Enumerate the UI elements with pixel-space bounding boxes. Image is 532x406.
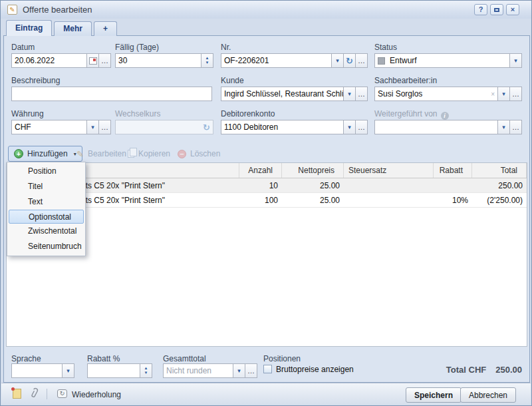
kunde-field: Ingird Schlüssel, Restaurant Schlüsse ▾ … — [221, 87, 368, 101]
menu-item-zwischentotal[interactable]: Zwischentotal — [7, 224, 85, 239]
status-dropdown-button[interactable]: ▾ — [510, 53, 522, 68]
ellipsis-icon: … — [101, 58, 108, 63]
bruttopreise-checkbox[interactable] — [263, 365, 272, 373]
cell-rabatt — [434, 178, 472, 192]
bottom-bar: ↻ Wiederholung Speichern Abbrechen — [1, 383, 531, 405]
copy-button[interactable]: Kopieren — [122, 146, 176, 162]
calendar-button[interactable] — [87, 53, 99, 68]
cancel-button[interactable]: Abbrechen — [460, 387, 516, 403]
close-button[interactable]: × — [506, 4, 519, 15]
nr-label: Nr. — [221, 43, 231, 52]
datum-more-button[interactable]: … — [99, 53, 111, 68]
sprache-field: ▾ — [11, 363, 74, 378]
sachbearbeiterin-input[interactable]: Susi Sorglos × — [374, 87, 498, 101]
menu-item-position[interactable]: Position — [7, 164, 85, 179]
sachbearbeiterin-dropdown-button[interactable]: ▾ — [498, 87, 510, 101]
help-button[interactable]: ? — [474, 4, 487, 15]
spin-down-icon: ▼ — [144, 371, 148, 375]
status-value: Entwurf — [390, 56, 417, 65]
info-icon: i — [441, 112, 449, 120]
titlebar: ✎ Offerte bearbeiten ? × — [1, 1, 531, 19]
cell-total: (2'250.00) — [472, 193, 527, 207]
gesamttotal-field: Nicht runden ▾ … — [163, 363, 257, 378]
col-rabatt: Rabatt — [434, 163, 472, 178]
tab-add[interactable]: + — [94, 21, 117, 36]
chevron-down-icon: ▾ — [66, 367, 70, 374]
menu-item-titel[interactable]: Titel — [7, 179, 85, 194]
cell-total: 250.00 — [472, 178, 527, 192]
pencil-icon: ✎ — [76, 149, 84, 159]
kunde-input[interactable]: Ingird Schlüssel, Restaurant Schlüsse — [221, 87, 344, 101]
clear-icon[interactable]: × — [491, 91, 495, 98]
sprache-dropdown-button[interactable]: ▾ — [63, 363, 74, 378]
spin-down-icon: ▼ — [205, 61, 209, 65]
gesamttotal-dropdown-button[interactable]: ▾ — [233, 363, 245, 378]
gesamttotal-more-button[interactable]: … — [245, 363, 257, 378]
faellig-spinner[interactable]: ▲ ▼ — [201, 53, 213, 68]
sprache-select[interactable] — [11, 363, 63, 378]
chevron-down-icon: ▾ — [336, 57, 339, 64]
datum-input[interactable]: 20.06.2022 — [11, 53, 87, 68]
ellipsis-icon: … — [512, 124, 519, 130]
debitorenkonto-field: 1100 Debitoren ▾ … — [221, 120, 368, 134]
nr-refresh-button[interactable]: ↻ — [344, 53, 356, 68]
rabatt-input[interactable] — [87, 363, 140, 378]
weitergefuehrt-input[interactable] — [374, 120, 498, 134]
chevron-down-icon: ▾ — [348, 91, 351, 97]
rabatt-spinner[interactable]: ▲ ▼ — [140, 363, 152, 378]
ellipsis-icon: … — [512, 91, 519, 97]
grand-total-label: Total CHF — [446, 365, 486, 375]
cell-nettopreis: 25.00 — [282, 193, 344, 207]
nr-more-button[interactable]: … — [356, 53, 368, 68]
beschreibung-input[interactable] — [11, 87, 212, 101]
kunde-label: Kunde — [221, 76, 244, 85]
weitergefuehrt-label-text: Weitergeführt von — [374, 109, 438, 118]
waehrung-label: Währung — [11, 109, 44, 118]
delete-button[interactable]: – Löschen — [172, 146, 225, 162]
nr-input[interactable]: OF-2206201 — [221, 53, 332, 68]
menu-item-seitenumbruch[interactable]: Seitenumbruch — [7, 239, 85, 254]
grand-total: Total CHF 250.00 — [446, 365, 522, 375]
wiederholung-label[interactable]: Wiederholung — [72, 390, 121, 399]
plus-circle-icon: + — [14, 149, 23, 158]
repeat-icon[interactable]: ↻ — [57, 389, 67, 398]
kunde-more-button[interactable]: … — [356, 87, 368, 101]
debitorenkonto-dropdown-button[interactable]: ▾ — [344, 120, 356, 134]
copy-button-label: Kopieren — [138, 149, 170, 158]
debitorenkonto-input[interactable]: 1100 Debitoren — [221, 120, 344, 134]
minus-circle-icon: – — [178, 150, 186, 158]
rabatt-field: ▲ ▼ — [87, 363, 152, 378]
weitergefuehrt-dropdown-button[interactable]: ▾ — [498, 120, 510, 134]
col-anzahl: Anzahl — [239, 163, 282, 178]
status-label: Status — [374, 43, 397, 52]
menu-item-optionstotal[interactable]: Optionstotal — [9, 210, 84, 224]
gesamttotal-input[interactable]: Nicht runden — [163, 363, 233, 378]
faellig-input[interactable]: 30 — [115, 53, 201, 68]
waehrung-more-button[interactable]: … — [99, 120, 111, 134]
status-select[interactable]: Entwurf — [374, 53, 510, 68]
ellipsis-icon: … — [358, 58, 365, 63]
ellipsis-icon: … — [247, 368, 255, 373]
beschreibung-label: Beschreibung — [11, 76, 60, 85]
sprache-label: Sprache — [11, 354, 41, 363]
debitorenkonto-more-button[interactable]: … — [356, 120, 368, 134]
tab-eintrag[interactable]: Eintrag — [6, 20, 52, 36]
add-dropdown-menu: Position Titel Text Optionstotal Zwische… — [7, 162, 86, 256]
kunde-dropdown-button[interactable]: ▾ — [344, 87, 356, 101]
tab-mehr[interactable]: Mehr — [54, 21, 92, 36]
waehrung-input[interactable]: CHF — [11, 120, 87, 134]
wechselkurs-field: ↻ — [115, 120, 213, 134]
note-icon[interactable] — [13, 389, 21, 399]
chevron-down-icon: ▾ — [348, 124, 351, 130]
bruttopreise-label: Bruttopreise anzeigen — [276, 365, 354, 374]
chevron-down-icon: ▾ — [237, 367, 241, 374]
maximize-button[interactable] — [490, 4, 503, 15]
save-button[interactable]: Speichern — [406, 387, 462, 403]
nr-dropdown-button[interactable]: ▾ — [332, 53, 344, 68]
window-title: Offerte bearbeiten — [23, 5, 92, 15]
attachment-button[interactable] — [28, 387, 40, 403]
sachbearbeiterin-more-button[interactable]: … — [510, 87, 522, 101]
waehrung-dropdown-button[interactable]: ▾ — [87, 120, 99, 134]
menu-item-text[interactable]: Text — [7, 194, 85, 210]
weitergefuehrt-more-button[interactable]: … — [510, 120, 522, 134]
